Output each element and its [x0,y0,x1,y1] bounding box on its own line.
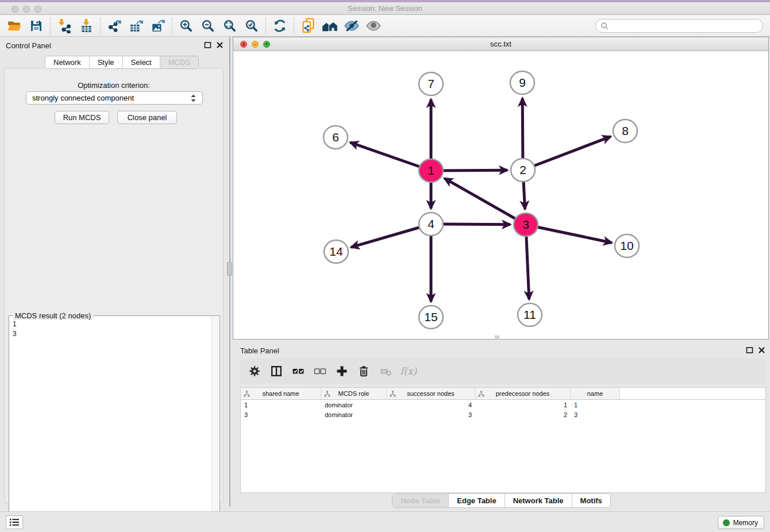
float-table-panel-icon[interactable] [746,346,753,354]
tab-edge-table[interactable]: Edge Table [449,494,505,507]
delete-column-button[interactable] [377,363,394,380]
control-panel-title: Control Panel [6,41,51,50]
criterion-dropdown[interactable]: strongly connected component [26,91,203,105]
create-column-button[interactable] [333,363,351,380]
cell-predecessor-nodes[interactable]: 2 [475,411,571,418]
cell-name[interactable]: 1 [571,402,620,408]
refresh-icon [272,18,287,33]
graph-node-4[interactable]: 4 [419,213,443,236]
table-header-row: shared name MCDS role successor nodes pr… [241,388,765,400]
share-network-file-button[interactable] [297,17,319,35]
table-settings-button[interactable] [246,363,263,380]
zoom-out-button[interactable] [197,17,219,35]
tab-select[interactable]: Select [123,56,160,68]
import-network-button[interactable] [53,17,75,35]
network-view-window: x – + scc.txt 7968124314101511 [233,37,769,340]
cell-predecessor-nodes[interactable]: 1 [475,402,571,408]
function-builder-button[interactable]: f(x) [399,363,417,380]
graph-node-11[interactable]: 11 [518,303,542,326]
cell-shared-name[interactable]: 3 [241,411,321,418]
main-toolbar [0,15,770,37]
select-all-rows-button[interactable] [290,363,307,380]
column-header-name[interactable]: name [571,388,620,399]
tab-node-table[interactable]: Node Table [392,494,449,507]
graph-node-6[interactable]: 6 [324,126,348,149]
zoom-selected-icon [244,18,259,33]
svg-text:1: 1 [428,164,434,177]
column-header-mcds-role[interactable]: MCDS role [321,388,387,399]
memory-button[interactable]: Memory [718,516,764,529]
tab-motifs[interactable]: Motifs [572,494,610,507]
export-image-button[interactable] [147,17,169,35]
home-networks-button[interactable] [319,17,341,35]
network-window-titlebar[interactable]: x – + scc.txt [233,37,768,51]
edge-3-10[interactable] [526,225,612,242]
search-input[interactable] [609,22,753,30]
graph-node-3[interactable]: 3 [514,213,538,236]
table-row[interactable]: 3 dominator 3 2 3 [241,410,765,419]
window-resize-handle[interactable] [495,336,499,338]
column-header-successor-nodes[interactable]: successor nodes [387,388,475,399]
export-table-button[interactable] [125,17,147,35]
cell-mcds-role[interactable]: dominator [321,402,387,408]
task-history-button[interactable] [6,515,23,529]
network-canvas[interactable]: 7968124314101511 [233,51,768,339]
cell-successor-nodes[interactable]: 3 [387,411,475,418]
zoom-in-button[interactable] [175,17,197,35]
zoom-fit-icon [222,18,237,33]
graph-node-2[interactable]: 2 [511,159,535,182]
cell-mcds-role[interactable]: dominator [321,411,387,418]
column-header-predecessor-nodes[interactable]: predecessor nodes [475,388,571,399]
import-table-icon [79,18,94,33]
control-panel-tabs: Network Style Select MCDS [45,56,199,69]
tab-style[interactable]: Style [90,56,123,68]
graph-node-10[interactable]: 10 [615,234,639,257]
mcds-result-line: 1 [13,319,17,329]
close-table-panel-icon[interactable] [758,346,765,354]
import-table-button[interactable] [75,17,97,35]
graph-node-14[interactable]: 14 [324,240,348,263]
svg-text:11: 11 [523,308,536,321]
tab-network[interactable]: Network [45,56,90,68]
export-network-button[interactable] [103,17,125,35]
network-graph-svg: 7968124314101511 [233,51,768,339]
cell-successor-nodes[interactable]: 4 [387,402,475,408]
deselect-all-rows-button[interactable] [311,363,329,380]
mcds-result-scrollbar[interactable] [211,317,219,531]
edge-2-8[interactable] [523,137,611,170]
edge-3-1[interactable] [444,178,526,225]
show-columns-button[interactable] [268,363,285,380]
tab-mcds[interactable]: MCDS [160,56,198,68]
zoom-selected-button[interactable] [241,17,263,35]
float-panel-icon[interactable] [204,41,211,49]
panel-divider-handle[interactable] [227,262,232,276]
open-session-button[interactable] [3,17,25,35]
svg-text:2: 2 [519,163,526,176]
close-panel-icon[interactable] [216,41,224,49]
edge-1-6[interactable] [350,142,431,171]
list-icon [9,518,20,527]
cell-name[interactable]: 3 [571,411,620,418]
cell-shared-name[interactable]: 1 [241,402,321,408]
save-session-button[interactable] [25,17,47,35]
graph-node-1[interactable]: 1 [419,159,443,182]
graph-node-15[interactable]: 15 [419,306,443,329]
show-all-button[interactable] [363,17,384,35]
zoom-fit-button[interactable] [219,17,241,35]
hide-selected-button[interactable] [341,17,363,35]
optimization-criterion-label: Optimization criterion: [5,81,223,90]
column-header-shared-name[interactable]: shared name [241,388,321,399]
graph-node-7[interactable]: 7 [419,72,443,95]
toolbar-separator [100,18,101,34]
graph-node-8[interactable]: 8 [613,119,637,142]
graph-node-9[interactable]: 9 [510,71,534,94]
run-mcds-button[interactable]: Run MCDS [55,111,109,124]
table-row[interactable]: 1 dominator 4 1 1 [241,400,765,410]
search-field[interactable] [595,19,763,33]
close-panel-button[interactable]: Close panel [117,111,177,124]
delete-rows-button[interactable] [355,363,372,380]
tab-network-table[interactable]: Network Table [505,494,572,507]
network-file-title: scc.txt [233,40,768,48]
refresh-button[interactable] [269,17,291,35]
dropdown-spinner-icon [190,94,197,103]
